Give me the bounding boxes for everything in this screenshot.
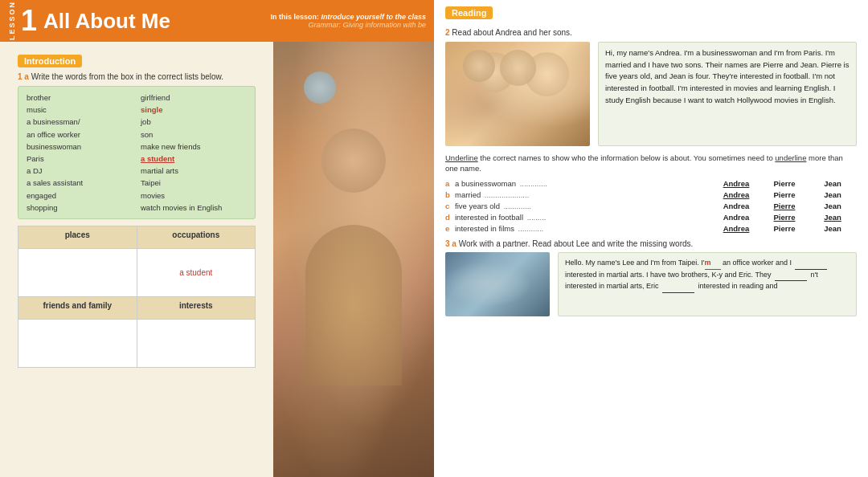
answer-row-b: b married ..................... Andrea P…: [445, 190, 857, 199]
word-item-single: single: [141, 104, 247, 116]
row-letter-d: d: [445, 213, 455, 222]
word-item: an office worker: [27, 128, 133, 141]
lee-filled-blank: m: [705, 258, 721, 270]
row-letter-b: b: [445, 190, 455, 199]
lee-text-3: interested in martial arts. I have two b…: [565, 271, 773, 279]
andrea-text: Hi, my name's Andrea. I'm a businesswoma…: [605, 48, 849, 104]
row-desc-a: a businesswoman .............: [455, 179, 712, 188]
row-desc-b: married .....................: [455, 190, 712, 199]
grammar-value: Giving information with be: [342, 21, 426, 29]
answer-row-d: d interested in football ......... Andre…: [445, 213, 857, 222]
word-item: a businessman/: [27, 116, 133, 128]
andrea-col-e: Andrea: [712, 224, 760, 233]
row-desc-e: interested in films ............: [455, 224, 712, 233]
jean-col-e: Jean: [809, 224, 857, 233]
task3-number: 3: [445, 239, 450, 248]
lee-text-5: interested in reading and: [696, 282, 778, 290]
word-item: businesswoman: [27, 141, 133, 153]
underline-instruction-2: the correct names to show who the inform…: [480, 153, 775, 162]
reading-text-box: Hi, my name's Andrea. I'm a businesswoma…: [598, 42, 857, 146]
word-item: job: [141, 116, 247, 128]
pierre-col-e: Pierre: [760, 224, 809, 233]
header-right-info: In this lesson: Introduce yourself to th…: [270, 13, 426, 29]
word-item: a sales assistant: [27, 177, 133, 189]
task2-label: 2 Read about Andrea and her sons.: [445, 28, 857, 37]
jean-col-c: Jean: [809, 202, 857, 210]
pierre-col-d: Pierre: [760, 213, 809, 222]
andrea-photo-inner: [445, 42, 590, 146]
task3-text-box: Hello. My name's Lee and I'm from Taipei…: [558, 252, 857, 316]
task3-label: 3 a Work with a partner. Read about Lee …: [445, 239, 857, 248]
word-item: engaged: [27, 190, 133, 202]
grammar-label: Grammar:: [308, 21, 341, 29]
row-desc-d: interested in football .........: [455, 213, 712, 222]
word-box: brother music a businessman/ an office w…: [18, 86, 256, 219]
andrea-photo: [445, 42, 590, 146]
category-occupations-value: a student: [137, 248, 256, 296]
andrea-col-a: Andrea: [712, 179, 760, 188]
pierre-col-b: Pierre: [760, 190, 809, 199]
andrea-col-d: Andrea: [712, 213, 760, 222]
lee-text-2: an office worker and I: [721, 259, 794, 267]
category-friends-header: friends and family: [18, 296, 137, 319]
pierre-col-a: Pierre: [760, 179, 809, 188]
reading-content: Hi, my name's Andrea. I'm a businesswoma…: [445, 42, 857, 146]
lee-blank-1: [795, 258, 827, 270]
row-letter-a: a: [445, 179, 455, 188]
left-content: Introduction 1 a Write the words from th…: [0, 42, 273, 477]
word-item: music: [27, 104, 133, 116]
jean-col-b: Jean: [809, 190, 857, 199]
andrea-col-c: Andrea: [712, 202, 760, 210]
lee-text-1: Hello. My name's Lee and I'm from Taipei…: [565, 259, 705, 267]
task3-content: Hello. My name's Lee and I'm from Taipei…: [445, 252, 857, 316]
word-item: martial arts: [141, 165, 247, 177]
answer-table: a a businesswoman ............. Andrea P…: [445, 179, 857, 233]
underline-word-2: underline: [775, 153, 806, 162]
row-letter-e: e: [445, 224, 455, 233]
answer-row-a: a a businesswoman ............. Andrea P…: [445, 179, 857, 188]
task1-instruction: Write the words from the box in the corr…: [31, 72, 223, 81]
task2-text: Read about Andrea and her sons.: [452, 28, 572, 37]
word-item: movies: [141, 190, 247, 202]
category-friends-value: [18, 319, 137, 367]
word-item: girlfriend: [141, 92, 247, 104]
left-photo: [273, 42, 434, 477]
category-occupations-header: occupations: [137, 226, 256, 248]
word-item: shopping: [27, 202, 133, 214]
category-table: places occupations a student friends and…: [18, 226, 256, 368]
task1-label: 1 a Write the words from the box in the …: [18, 72, 256, 81]
word-item: son: [141, 128, 247, 141]
word-item-student: a student: [141, 153, 247, 165]
reading-badge: Reading: [445, 6, 493, 19]
task3-section: 3 a Work with a partner. Read about Lee …: [445, 239, 857, 316]
row-letter-c: c: [445, 202, 455, 210]
lee-blank-3: [662, 281, 694, 293]
lee-blank-2: [775, 270, 807, 282]
word-item: Taipei: [141, 177, 247, 189]
answer-row-e: e interested in films ............ Andre…: [445, 224, 857, 233]
in-this-lesson-prefix: In this lesson:: [270, 13, 319, 21]
in-this-lesson-value: Introduce yourself to the class: [321, 13, 426, 21]
introduction-badge: Introduction: [18, 55, 82, 67]
word-item: watch movies in English: [141, 202, 247, 214]
lesson-title: All About Me: [43, 9, 170, 34]
underline-word: Underline: [445, 153, 478, 162]
task2-number: 2: [445, 28, 450, 37]
category-interests-value: [137, 319, 256, 367]
task3-text: Work with a partner. Read about Lee and …: [459, 239, 694, 248]
andrea-col-b: Andrea: [712, 190, 760, 199]
jean-col-a: Jean: [809, 179, 857, 188]
jean-col-d: Jean: [809, 213, 857, 222]
category-places-value: [18, 248, 137, 296]
photo-inner: [273, 42, 434, 477]
word-item: Paris: [27, 153, 133, 165]
task1-number: 1: [18, 72, 23, 81]
header-bar: LESSON 1 All About Me In this lesson: In…: [0, 0, 434, 42]
intro-section: Introduction 1 a Write the words from th…: [8, 48, 265, 374]
task3-letter: a: [452, 239, 458, 248]
left-panel: LESSON 1 All About Me In this lesson: In…: [0, 0, 434, 477]
answer-row-c: c five years old ............. Andrea Pi…: [445, 202, 857, 210]
row-desc-c: five years old .............: [455, 202, 712, 210]
lee-photo-inner: [445, 252, 550, 316]
word-item: make new friends: [141, 141, 247, 153]
